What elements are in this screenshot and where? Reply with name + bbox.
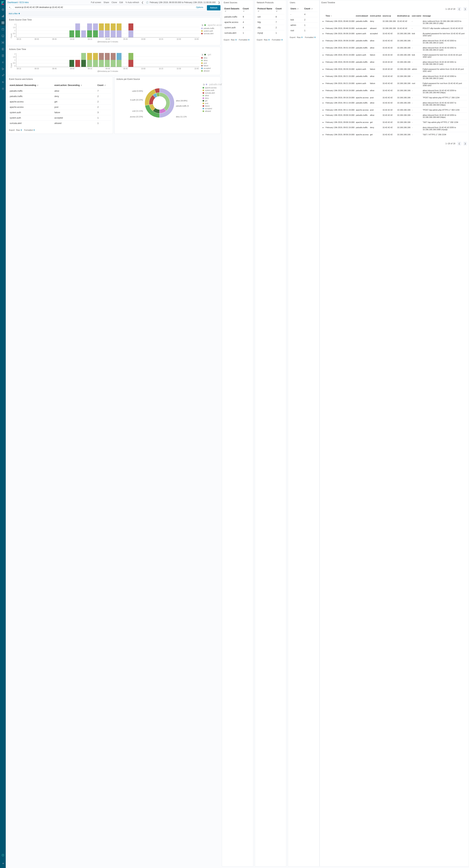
table-row[interactable]: ssh8 — [257, 14, 284, 20]
table-row[interactable]: sftp2 — [257, 25, 284, 30]
expand-row-icon[interactable]: ▸ — [321, 81, 325, 88]
table-row[interactable]: ▸February 13th 2019, 09:31:19.000system.… — [321, 53, 467, 60]
nav-graph-icon[interactable] — [0, 66, 6, 72]
expand-row-icon[interactable]: ▸ — [321, 120, 325, 125]
export-formatted-link[interactable]: Formatted ⬇ — [272, 39, 283, 41]
column-header[interactable]: Event Datasets ⇵ — [224, 6, 242, 14]
query-options-link[interactable]: Options — [194, 5, 205, 9]
expand-row-icon[interactable]: ▸ — [321, 26, 325, 31]
table-row[interactable]: ▸February 13th 2019, 09:26:19.000system.… — [321, 67, 467, 74]
export-raw-link[interactable]: Raw ⬇ — [16, 129, 22, 131]
expand-row-icon[interactable]: ▸ — [321, 38, 325, 45]
table-row[interactable]: ▸February 13th 2019, 09:06:19.000apache.… — [321, 120, 467, 125]
table-row[interactable]: ▸February 13th 2019, 09:36:19.000paloalt… — [321, 38, 467, 45]
nav-devtools-icon[interactable] — [0, 72, 6, 78]
nav-infra-icon[interactable] — [0, 46, 6, 52]
page-prev-button[interactable]: ❮ — [457, 7, 461, 11]
search-input[interactable]: source.ip:10.42.42.42 OR destination.ip:… — [13, 5, 194, 9]
page-next-button[interactable]: ❯ — [463, 142, 467, 146]
expand-row-icon[interactable]: ▸ — [321, 88, 325, 95]
table-row[interactable]: ▸February 13th 2019, 09:16:19.000apache.… — [321, 95, 467, 100]
add-filter-link[interactable]: Add a filter ✚ — [9, 12, 20, 14]
table-row[interactable]: ▸February 13th 2019, 09:21:19.000system.… — [321, 81, 467, 88]
expand-row-icon[interactable]: ▸ — [321, 100, 325, 107]
expand-row-icon[interactable]: ▸ — [321, 53, 325, 60]
table-row[interactable]: ▸February 13th 2019, 09:26:19.000paloalt… — [321, 60, 467, 67]
expand-row-icon[interactable]: ▸ — [321, 125, 325, 132]
time-next-icon[interactable]: ❯ — [218, 1, 220, 4]
table-row[interactable]: suricata.alert1 — [224, 30, 251, 36]
donut-chart[interactable]: allow (38.89%)paloalto.traffic (5deny (1… — [116, 83, 202, 123]
table-row[interactable]: ▸February 13th 2019, 09:46:19.000suricat… — [321, 26, 467, 31]
column-header[interactable]: Count ⇵ — [275, 6, 285, 14]
table-row[interactable]: ▸February 13th 2019, 09:11:19.000apache.… — [321, 107, 467, 113]
column-header[interactable]: Protocol Name ⇵ — [257, 6, 275, 14]
time-prev-icon[interactable]: ❮ — [142, 1, 144, 4]
table-row[interactable]: apache.accesspost2 — [9, 104, 111, 110]
nav-timelion-icon[interactable] — [0, 26, 6, 32]
breadcrumb-dashboard[interactable]: Dashboard — [7, 1, 18, 4]
expand-row-icon[interactable]: ▸ — [321, 132, 325, 137]
table-row[interactable]: suricata.alertallowed1 — [9, 121, 111, 126]
table-row[interactable]: http7 — [257, 20, 284, 25]
column-header[interactable]: source.ip — [382, 13, 397, 19]
expand-row-icon[interactable]: ▸ — [321, 113, 325, 120]
column-header[interactable]: event.dataset: Descending ⇵ — [9, 83, 54, 88]
page-next-button[interactable]: ❯ — [463, 7, 467, 11]
refresh-button[interactable]: Refresh — [207, 5, 220, 10]
expand-row-icon[interactable]: ▸ — [321, 95, 325, 100]
nav-dashboard-icon[interactable] — [0, 20, 6, 26]
time-picker[interactable]: 🕘 February 13th 2019, 08:00:00.000 to Fe… — [146, 1, 216, 4]
nav-visualize-icon[interactable] — [0, 13, 6, 19]
export-raw-link[interactable]: Raw ⬇ — [297, 36, 303, 38]
expand-row-icon[interactable]: ▸ — [321, 19, 325, 26]
nav-ml-icon[interactable] — [0, 39, 6, 45]
page-prev-button[interactable]: ❮ — [457, 142, 461, 146]
clone-link[interactable]: Clone — [112, 1, 117, 4]
expand-row-icon[interactable]: ▸ — [321, 60, 325, 67]
table-row[interactable]: ▸February 13th 2019, 09:01:19.000paloalt… — [321, 125, 467, 132]
table-row[interactable]: mysql1 — [257, 30, 284, 36]
bar-chart[interactable] — [16, 53, 199, 67]
autorefresh-toggle[interactable]: ↻ Auto-refresh — [125, 1, 139, 4]
table-row[interactable]: system.auth4 — [224, 25, 251, 30]
table-row[interactable]: ▸February 13th 2019, 09:11:19.000paloalt… — [321, 100, 467, 107]
expand-row-icon[interactable]: ▸ — [321, 107, 325, 113]
table-row[interactable]: ▸February 13th 2019, 09:46:19.000paloalt… — [321, 19, 467, 26]
nav-collapse-icon[interactable] — [0, 861, 6, 866]
breadcrumb-page[interactable]: ECS Intro — [20, 1, 29, 4]
table-row[interactable]: system.authfailure3 — [9, 110, 111, 115]
edit-link[interactable]: Edit — [119, 1, 123, 4]
nav-discover-icon[interactable] — [0, 7, 6, 12]
table-row[interactable]: ▸February 13th 2019, 09:16:19.000paloalt… — [321, 88, 467, 95]
share-link[interactable]: Share — [104, 1, 109, 4]
expand-row-icon[interactable]: ▸ — [321, 31, 325, 38]
column-header[interactable]: destination.ip — [397, 13, 411, 19]
nav-logs-icon[interactable] — [0, 53, 6, 59]
column-header[interactable]: Time ▾ — [325, 13, 355, 19]
column-header[interactable]: Count ⇵ — [97, 83, 111, 88]
fullscreen-link[interactable]: Full screen — [91, 1, 101, 4]
column-header[interactable]: Count ⇵ — [304, 6, 318, 12]
table-row[interactable]: apache.access4 — [224, 20, 251, 25]
export-raw-link[interactable]: Raw ⬇ — [264, 39, 270, 41]
nav-apm-icon[interactable] — [0, 59, 6, 65]
export-raw-link[interactable]: Raw ⬇ — [231, 39, 237, 41]
table-row[interactable]: -4 — [290, 12, 317, 17]
nav-canvas-icon[interactable] — [0, 33, 6, 39]
nav-feedback-icon[interactable] — [0, 852, 6, 858]
column-header[interactable]: event.action: Descending ⇵ — [54, 83, 97, 88]
export-formatted-link[interactable]: Formatted ⬇ — [305, 36, 316, 38]
bar-chart[interactable] — [16, 24, 199, 37]
table-row[interactable]: paloalto.trafficallow7 — [9, 88, 111, 94]
table-row[interactable]: root1 — [290, 28, 317, 33]
column-header[interactable]: event.dataset — [355, 13, 369, 19]
column-header[interactable]: user.name — [411, 13, 422, 19]
table-row[interactable]: bob2 — [290, 17, 317, 23]
table-row[interactable]: ▸February 13th 2019, 08:56:19.000apache.… — [321, 132, 467, 137]
table-row[interactable]: admin1 — [290, 23, 317, 28]
nav-management-icon[interactable] — [0, 86, 6, 92]
table-row[interactable]: apache.accessget2 — [9, 99, 111, 104]
export-formatted-link[interactable]: Formatted ⬇ — [24, 129, 35, 131]
expand-row-icon[interactable]: ▸ — [321, 67, 325, 74]
